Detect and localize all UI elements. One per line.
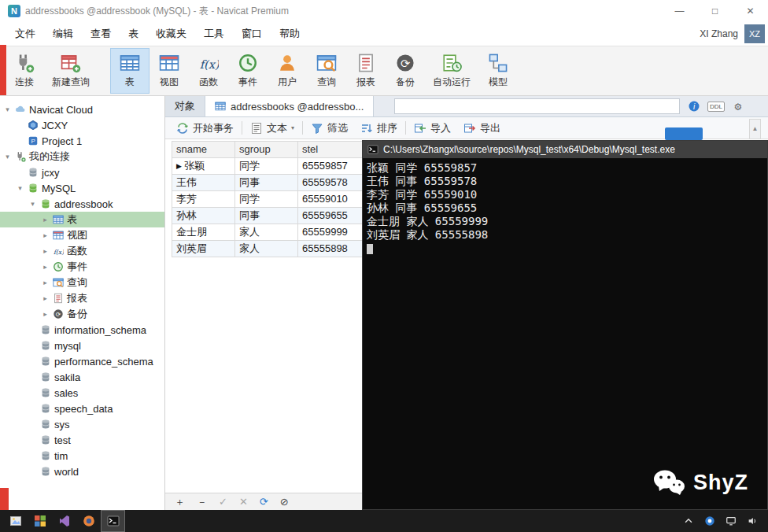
grid-cell[interactable]: ▶张颖 [172, 158, 235, 175]
chevron-right-icon[interactable]: ▸ [41, 294, 50, 302]
logged-in-user[interactable]: XI Zhang [700, 28, 738, 39]
toolbar-tables-button[interactable]: 表 [110, 48, 150, 94]
column-header-sgroup[interactable]: sgroup [235, 142, 298, 158]
grid-cell[interactable]: 同事 [235, 208, 298, 224]
scrollbar-up-button[interactable]: ▲ [749, 119, 761, 139]
sidebar-item-events[interactable]: ▸ 事件 [0, 259, 164, 275]
grid-cell[interactable]: 李芳 [172, 191, 235, 208]
sidebar-item-addressbook-db[interactable]: ▾ addressbook [0, 196, 164, 212]
tray-expand-button[interactable] [679, 510, 698, 532]
add-record-button[interactable]: ＋ [175, 495, 185, 509]
sidebar-item-information-schema[interactable]: information_schema [0, 322, 164, 338]
toolbar-model-button[interactable]: 模型 [478, 48, 518, 94]
grid-cell[interactable]: 刘英眉 [172, 241, 235, 257]
sidebar-item-world[interactable]: world [0, 464, 164, 479]
toolbar-functions-button[interactable]: 函数 [189, 48, 228, 94]
sidebar-item-speech-data[interactable]: speech_data [0, 401, 164, 416]
begin-transaction-button[interactable]: 开始事务 [170, 119, 240, 138]
grid-cell[interactable]: 同学 [235, 158, 298, 175]
menu-help[interactable]: 帮助 [271, 22, 308, 46]
stop-button[interactable]: ⊘ [280, 496, 289, 508]
sidebar-item-jcxy-project[interactable]: JCXY [0, 117, 164, 133]
menu-window[interactable]: 窗口 [233, 22, 271, 46]
ddl-icon[interactable]: DDL [707, 102, 725, 112]
console-titlebar[interactable]: C:\Users\Zhangxl\source\repos\Mysql_test… [363, 141, 767, 158]
sidebar-item-reports[interactable]: ▸ 报表 [0, 290, 164, 306]
sidebar-item-test[interactable]: test [0, 432, 164, 448]
grid-cell[interactable]: 王伟 [172, 175, 235, 191]
tray-app-icon[interactable] [700, 510, 719, 532]
chevron-right-icon[interactable]: ▸ [41, 216, 50, 224]
grid-cell[interactable]: 同学 [235, 191, 298, 208]
sidebar-item-functions[interactable]: ▸ 函数 [0, 243, 164, 259]
sidebar-item-jcxy-connection[interactable]: jcxy [0, 164, 164, 180]
apply-changes-button[interactable]: ✓ [219, 496, 227, 508]
tray-network-button[interactable] [722, 510, 740, 532]
delete-record-button[interactable]: － [197, 495, 207, 509]
sidebar-item-project-1[interactable]: Project 1 [0, 133, 164, 149]
grid-cell[interactable]: 同事 [235, 175, 298, 191]
grid-cell[interactable]: 孙林 [172, 208, 235, 224]
chevron-right-icon[interactable]: ▸ [41, 310, 50, 318]
sidebar-item-navicat-cloud[interactable]: ▾ Navicat Cloud [0, 102, 164, 117]
chevron-right-icon[interactable]: ▸ [41, 263, 50, 271]
chevron-down-icon[interactable]: ▾ [3, 153, 12, 161]
refresh-button[interactable]: ⟳ [260, 496, 268, 508]
sidebar-item-sys[interactable]: sys [0, 416, 164, 432]
sidebar-item-sales[interactable]: sales [0, 385, 164, 401]
filter-button[interactable]: 筛选 [305, 119, 354, 138]
toolbar-users-button[interactable]: 用户 [268, 48, 307, 94]
menu-tools[interactable]: 工具 [195, 22, 233, 46]
maximize-button[interactable]: □ [697, 0, 733, 22]
toolbar-automation-button[interactable]: 自动运行 [425, 48, 478, 94]
sidebar-item-mysql-connection[interactable]: ▾ MySQL [0, 180, 164, 196]
taskbar-app-photos[interactable] [3, 510, 28, 532]
menu-favorites[interactable]: 收藏夹 [147, 22, 195, 46]
import-button[interactable]: 导入 [408, 119, 457, 138]
menu-file[interactable]: 文件 [6, 22, 44, 46]
toolbar-connection-button[interactable]: 连接 [5, 48, 44, 94]
chevron-right-icon[interactable]: ▸ [41, 247, 50, 255]
chevron-down-icon[interactable]: ▾ [28, 200, 37, 208]
sidebar-item-mysql-db[interactable]: mysql [0, 338, 164, 353]
taskbar-app-tiles[interactable] [28, 510, 52, 532]
toolbar-new-query-button[interactable]: 新建查询 [44, 48, 98, 94]
sidebar-item-sakila[interactable]: sakila [0, 369, 164, 385]
tab-objects[interactable]: 对象 [165, 96, 205, 116]
sort-button[interactable]: 排序 [354, 119, 404, 138]
close-button[interactable]: ✕ [733, 0, 768, 22]
toolbar-query-button[interactable]: 查询 [307, 48, 346, 94]
column-header-stel[interactable]: stel [298, 142, 365, 158]
column-header-sname[interactable]: sname [172, 142, 235, 158]
sidebar-item-performance-schema[interactable]: performance_schema [0, 353, 164, 369]
side-panel-button[interactable] [665, 127, 703, 140]
toolbar-report-button[interactable]: 报表 [346, 48, 386, 94]
minimize-button[interactable]: — [662, 0, 697, 22]
titlebar[interactable]: N addressbooks @addressbook (MySQL) - 表 … [0, 0, 768, 22]
export-button[interactable]: 导出 [457, 119, 507, 138]
chevron-right-icon[interactable]: ▸ [41, 279, 50, 286]
discard-changes-button[interactable]: ✕ [239, 496, 248, 508]
taskbar-app-console[interactable] [101, 510, 125, 532]
chevron-right-icon[interactable]: ▸ [41, 231, 50, 239]
tray-volume-button[interactable] [743, 510, 762, 532]
chevron-down-icon[interactable]: ▾ [16, 184, 24, 192]
grid-cell[interactable]: 65559857 [298, 158, 365, 175]
chevron-down-icon[interactable]: ▾ [3, 105, 12, 113]
grid-cell[interactable]: 65555898 [298, 241, 365, 257]
grid-cell[interactable]: 金士朋 [172, 224, 235, 241]
menu-view[interactable]: 查看 [82, 22, 120, 46]
menu-table[interactable]: 表 [120, 22, 147, 46]
sidebar-item-tim[interactable]: tim [0, 448, 164, 464]
toolbar-views-button[interactable]: 视图 [150, 48, 189, 94]
taskbar-app-visual-studio[interactable] [52, 510, 76, 532]
toolbar-backup-button[interactable]: 备份 [386, 48, 425, 94]
tab-addressbooks[interactable]: addressbooks @addressbo... [205, 96, 374, 116]
sidebar-item-views[interactable]: ▸ 视图 [0, 227, 164, 243]
grid-cell[interactable]: 65559655 [298, 208, 365, 224]
sidebar-item-tables[interactable]: ▸ 表 [0, 212, 164, 227]
sidebar-item-queries[interactable]: ▸ 查询 [0, 275, 164, 290]
grid-cell[interactable]: 家人 [235, 241, 298, 257]
grid-cell[interactable]: 家人 [235, 224, 298, 241]
sidebar-item-my-connections[interactable]: ▾ 我的连接 [0, 149, 164, 164]
